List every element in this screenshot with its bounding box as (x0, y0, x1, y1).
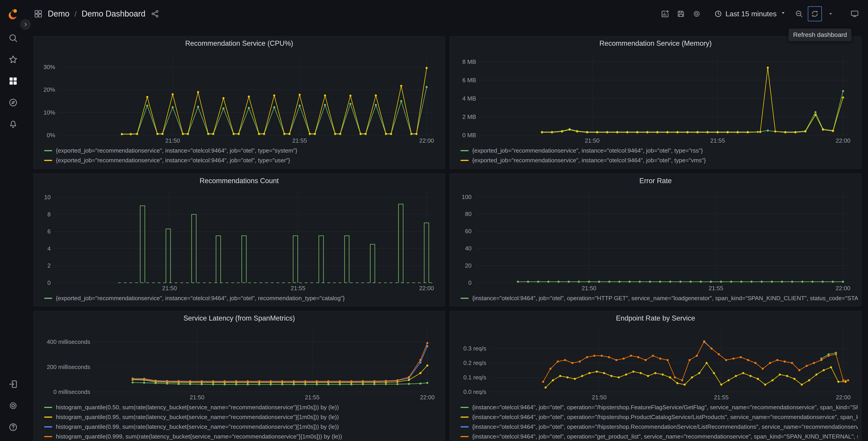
sidebar-item-sign-in[interactable] (0, 373, 26, 395)
panel-title[interactable]: Recommendations Count (37, 174, 441, 188)
legend: histogram_quantile(0.50, sum(rate(latenc… (37, 403, 441, 441)
svg-text:0: 0 (468, 280, 471, 286)
refresh-interval-dropdown[interactable] (824, 6, 838, 21)
legend-swatch (44, 436, 52, 437)
caret-down-icon (827, 10, 834, 17)
svg-text:21:55: 21:55 (305, 394, 319, 401)
legend-label: {exported_job="recommendationservice", i… (56, 295, 345, 302)
endpoint-rate-chart[interactable]: 0.0 req/s0.1 req/s0.2 req/s0.3 req/s21:5… (453, 326, 858, 403)
cpu-chart[interactable]: 0%10%20%30%21:5021:5522:00 (37, 51, 442, 146)
legend-item[interactable]: histogram_quantile(0.999, sum(rate(laten… (44, 432, 441, 441)
legend-item[interactable]: histogram_quantile(0.99, sum(rate(latenc… (44, 422, 441, 432)
svg-text:20: 20 (465, 262, 471, 269)
legend-swatch (44, 426, 52, 428)
breadcrumb-separator: / (74, 9, 76, 18)
svg-text:2 MB: 2 MB (462, 113, 476, 120)
legend-label: {instance="otelcol:9464", job="otel", op… (472, 295, 858, 302)
grafana-logo[interactable] (0, 6, 26, 22)
breadcrumb-folder[interactable]: Demo (48, 9, 69, 19)
save-dashboard-button[interactable] (674, 6, 688, 21)
svg-text:6: 6 (48, 228, 51, 235)
legend-swatch (44, 160, 52, 161)
legend-item[interactable]: {instance="otelcol:9464", job="otel", op… (461, 422, 858, 432)
legend: {exported_job="recommendationservice", i… (37, 146, 441, 165)
sidebar-item-help[interactable] (0, 416, 26, 438)
panel-endpoint-rate: Endpoint Rate by Service 0.0 req/s0.1 re… (450, 311, 862, 441)
legend-item[interactable]: {instance="otelcol:9464", job="otel", op… (461, 412, 858, 422)
legend-item[interactable]: {exported_job="recommendationservice", i… (461, 155, 858, 165)
legend-item[interactable]: {instance="otelcol:9464", job="otel", op… (461, 403, 858, 412)
svg-text:8 MB: 8 MB (462, 58, 476, 65)
sidebar-item-alerting[interactable] (0, 113, 26, 135)
sidebar-item-configuration[interactable] (0, 395, 26, 416)
panel-memory: Recommendation Service (Memory) 0 MB2 MB… (450, 36, 862, 169)
legend-item[interactable]: histogram_quantile(0.95, sum(rate(latenc… (44, 412, 441, 422)
add-panel-button[interactable] (658, 6, 672, 21)
share-alt-icon (151, 9, 159, 18)
svg-text:4: 4 (48, 245, 51, 252)
zoom-out-time-button[interactable] (792, 6, 806, 21)
svg-text:40: 40 (465, 245, 471, 252)
legend-item[interactable]: {instance="otelcol:9464", job="otel", op… (461, 293, 858, 303)
tv-mode-icon (850, 9, 859, 18)
legend-item[interactable]: {instance="otelcol:9464", job="otel", op… (461, 432, 858, 441)
legend-item[interactable]: {exported_job="recommendationservice", i… (44, 293, 441, 303)
legend-label: {instance="otelcol:9464", job="otel", op… (472, 414, 858, 421)
legend-label: {exported_job="recommendationservice", i… (472, 157, 706, 164)
svg-text:21:50: 21:50 (165, 137, 180, 144)
sidebar-item-starred[interactable] (0, 49, 26, 70)
svg-text:80: 80 (465, 210, 471, 217)
breadcrumb-dashboard[interactable]: Demo Dashboard (82, 9, 145, 19)
svg-text:21:55: 21:55 (714, 394, 728, 401)
svg-text:2: 2 (48, 262, 51, 269)
share-dashboard-button[interactable] (151, 9, 159, 18)
svg-text:21:50: 21:50 (585, 137, 599, 144)
svg-text:0%: 0% (46, 132, 55, 139)
service-latency-chart[interactable]: 0 milliseconds200 milliseconds400 millis… (37, 326, 442, 403)
sidebar-item-explore[interactable] (0, 92, 26, 113)
legend-item[interactable]: {exported_job="recommendationservice", i… (44, 146, 441, 155)
svg-text:10: 10 (44, 194, 51, 201)
memory-chart[interactable]: 0 MB2 MB4 MB6 MB8 MB21:5021:5522:00 (453, 51, 858, 146)
svg-text:21:50: 21:50 (162, 285, 177, 292)
legend-label: histogram_quantile(0.999, sum(rate(laten… (56, 433, 342, 440)
sidebar-expand-button[interactable] (20, 19, 31, 30)
time-range-label: Last 15 minutes (725, 10, 777, 18)
svg-text:6 MB: 6 MB (462, 77, 476, 84)
panel-title[interactable]: Recommendation Service (CPU%) (37, 36, 441, 51)
tv-mode-button[interactable] (848, 6, 862, 21)
svg-text:0.2 req/s: 0.2 req/s (463, 359, 486, 366)
panel-title[interactable]: Endpoint Rate by Service (453, 311, 858, 326)
refresh-dashboard-button[interactable] (808, 6, 822, 21)
svg-text:22:00: 22:00 (836, 394, 850, 401)
sidebar-item-search[interactable] (0, 27, 26, 49)
error-rate-chart[interactable]: 02040608010021:5021:5522:00 (453, 188, 858, 293)
dashboard-grid: Recommendation Service (CPU%) 0%10%20%30… (33, 36, 862, 441)
gear-icon (8, 401, 18, 411)
panel-title[interactable]: Service Latency (from SpanMetrics) (37, 311, 441, 326)
legend-item[interactable]: histogram_quantile(0.50, sum(rate(latenc… (44, 403, 441, 412)
legend-swatch (44, 416, 52, 418)
legend-label: histogram_quantile(0.50, sum(rate(latenc… (56, 404, 339, 411)
legend: {exported_job="recommendationservice", i… (37, 293, 441, 303)
svg-text:0 MB: 0 MB (462, 132, 476, 139)
legend-item[interactable]: {exported_job="recommendationservice", i… (461, 146, 858, 155)
svg-text:22:00: 22:00 (419, 285, 434, 292)
legend-label: {instance="otelcol:9464", job="otel", op… (472, 423, 858, 430)
sidebar-item-dashboards[interactable] (0, 70, 26, 92)
legend: {instance="otelcol:9464", job="otel", op… (453, 403, 858, 441)
panel-title[interactable]: Error Rate (453, 174, 858, 188)
svg-text:22:00: 22:00 (836, 285, 850, 292)
add-panel-icon (661, 9, 669, 18)
legend-label: {instance="otelcol:9464", job="otel", op… (472, 433, 858, 440)
svg-text:21:50: 21:50 (190, 394, 204, 401)
legend-item[interactable]: {exported_job="recommendationservice", i… (44, 155, 441, 165)
recommendations-count-chart[interactable]: 024681021:5021:5522:00 (37, 188, 442, 293)
svg-text:8: 8 (48, 211, 51, 218)
svg-text:21:55: 21:55 (292, 137, 307, 144)
legend-label: {exported_job="recommendationservice", i… (56, 157, 290, 164)
svg-text:4 MB: 4 MB (462, 95, 476, 102)
time-range-picker[interactable]: Last 15 minutes (711, 6, 790, 21)
svg-text:100: 100 (462, 194, 471, 200)
dashboard-settings-button[interactable] (690, 6, 704, 21)
